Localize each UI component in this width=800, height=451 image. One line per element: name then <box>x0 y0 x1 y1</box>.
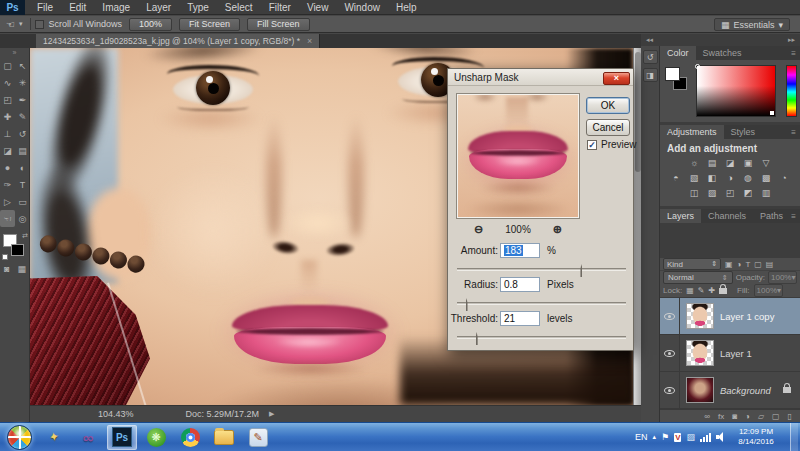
tool-preset-caret-icon[interactable]: ▾ <box>19 20 23 28</box>
brightness-contrast-icon[interactable]: ☼ <box>687 157 701 169</box>
radius-slider[interactable] <box>457 299 626 309</box>
eyedropper-tool-icon[interactable]: ✒ <box>15 91 30 108</box>
opacity-field[interactable]: 100% ▾ <box>768 271 797 284</box>
tab-swatches[interactable]: Swatches <box>696 46 749 60</box>
language-indicator[interactable]: EN <box>635 432 648 442</box>
blur-tool-icon[interactable]: ● <box>0 159 15 176</box>
background-color-swatch[interactable] <box>11 244 24 256</box>
taskbar-item-visual-studio[interactable]: ∞ <box>73 425 103 450</box>
new-group-icon[interactable]: ▱ <box>758 412 764 421</box>
tab-adjustments[interactable]: Adjustments <box>660 125 724 139</box>
layer-row-background[interactable]: Background <box>660 372 800 409</box>
type-tool-icon[interactable]: T <box>15 176 30 193</box>
zoom-tool-icon[interactable]: ◎ <box>15 210 30 227</box>
selective-color-icon[interactable]: ◰ <box>723 187 737 199</box>
taskbar-item-utility[interactable]: ✦ <box>39 425 69 450</box>
hand-tool-icon[interactable]: ☜ <box>0 210 15 227</box>
cancel-button[interactable]: Cancel <box>586 119 630 136</box>
menu-view[interactable]: View <box>299 0 337 15</box>
crop-tool-icon[interactable]: ◰ <box>0 91 15 108</box>
menu-type[interactable]: Type <box>179 0 217 15</box>
collapse-panels-icon[interactable]: ◂◂ <box>646 34 653 46</box>
visibility-cell[interactable] <box>660 335 680 371</box>
slider-track[interactable] <box>457 302 626 305</box>
levels-icon[interactable]: ▤ <box>705 157 719 169</box>
pen-tool-icon[interactable]: ✑ <box>0 176 15 193</box>
panel-menu-icon[interactable]: ≡ <box>791 212 796 221</box>
show-desktop-button[interactable] <box>790 423 798 451</box>
zoom-level-field[interactable]: 104.43% <box>98 409 134 419</box>
eraser-tool-icon[interactable]: ◪ <box>0 142 15 159</box>
menu-select[interactable]: Select <box>217 0 261 15</box>
visibility-cell[interactable] <box>660 372 680 408</box>
tray-app-icon[interactable]: ▨ <box>686 432 695 442</box>
amount-input[interactable]: 183 <box>500 243 540 258</box>
eye-icon[interactable] <box>664 350 675 357</box>
eye-icon[interactable] <box>664 387 675 394</box>
tab-layers[interactable]: Layers <box>660 209 701 223</box>
move-tool-icon[interactable]: ↖ <box>15 57 30 74</box>
menu-window[interactable]: Window <box>336 0 388 15</box>
swap-colors-icon[interactable]: ⇄ <box>22 232 28 240</box>
threshold-slider[interactable] <box>457 333 626 343</box>
filter-pixel-layers-icon[interactable]: ▣ <box>725 260 733 269</box>
taskbar-item-paint[interactable]: ✎ <box>243 425 273 450</box>
panel-menu-icon[interactable]: ≡ <box>791 49 796 58</box>
close-icon[interactable]: × <box>307 36 312 46</box>
layer-row-layer1[interactable]: Layer 1 <box>660 335 800 372</box>
menu-image[interactable]: Image <box>94 0 138 15</box>
slider-track[interactable] <box>457 268 626 271</box>
fit-screen-button[interactable]: Fit Screen <box>179 18 240 31</box>
history-brush-tool-icon[interactable]: ↺ <box>15 125 30 142</box>
menu-edit[interactable]: Edit <box>61 0 94 15</box>
invert-icon[interactable]: ◔ <box>777 172 791 184</box>
history-panel-icon[interactable]: ↺ <box>643 50 658 64</box>
photo-filter-icon[interactable]: ◑ <box>723 172 737 184</box>
layer-thumbnail[interactable] <box>686 303 714 329</box>
tab-styles[interactable]: Styles <box>724 125 763 139</box>
preview-checkbox[interactable]: ✓ <box>587 140 597 150</box>
saturation-picker[interactable] <box>696 65 776 117</box>
clone-stamp-tool-icon[interactable]: ⊥ <box>0 125 15 142</box>
filter-type-layers-icon[interactable]: T <box>745 260 750 269</box>
hue-slider[interactable] <box>786 65 797 117</box>
color-balance-icon[interactable]: ▧ <box>687 172 701 184</box>
new-layer-icon[interactable]: ▢ <box>772 412 780 421</box>
zoom-out-icon[interactable]: ⊖ <box>474 223 483 236</box>
dodge-tool-icon[interactable]: ◐ <box>15 159 30 176</box>
vibrance-icon[interactable]: ▽ <box>759 157 773 169</box>
layer-thumbnail[interactable] <box>686 377 714 403</box>
tab-color[interactable]: Color <box>660 46 696 60</box>
workspace-switcher[interactable]: ▦ Essentials ▾ <box>714 18 790 31</box>
dialog-close-button[interactable]: × <box>603 72 630 85</box>
posterize-icon[interactable]: ◫ <box>687 187 701 199</box>
zoom-in-icon[interactable]: ⊕ <box>553 223 562 236</box>
curves-icon[interactable]: ◪ <box>723 157 737 169</box>
gradient-fill-icon[interactable]: ▥ <box>759 187 773 199</box>
filter-adjustment-layers-icon[interactable]: ◑ <box>737 260 742 269</box>
marquee-tool-icon[interactable]: ▢ <box>0 57 15 74</box>
layer-row-layer1copy[interactable]: Layer 1 copy <box>660 298 800 335</box>
black-white-icon[interactable]: ◧ <box>705 172 719 184</box>
network-icon[interactable] <box>700 432 711 442</box>
threshold-icon[interactable]: ▨ <box>705 187 719 199</box>
shape-tool-icon[interactable]: ▭ <box>15 193 30 210</box>
lasso-tool-icon[interactable]: ∿ <box>0 74 15 91</box>
new-adjustment-layer-icon[interactable]: ◑ <box>745 412 750 421</box>
layer-name[interactable]: Layer 1 copy <box>720 311 774 322</box>
filter-smart-objects-icon[interactable]: ▤ <box>766 260 774 269</box>
document-tab[interactable]: 12434253634_1d9028523a_k.jpg @ 104% (Lay… <box>36 34 320 48</box>
foreground-color-swatch[interactable] <box>665 67 680 81</box>
tab-channels[interactable]: Channels <box>701 209 753 223</box>
taskbar-item-photoshop[interactable]: Ps <box>107 425 137 450</box>
lock-position-icon[interactable]: ✚ <box>708 286 715 295</box>
gradient-map-icon[interactable]: ◩ <box>741 187 755 199</box>
taskbar-item-explorer[interactable] <box>209 425 239 450</box>
visibility-cell[interactable] <box>660 298 680 334</box>
menu-help[interactable]: Help <box>388 0 425 15</box>
vertical-scrollbar[interactable] <box>633 48 641 405</box>
threshold-input[interactable]: 21 <box>500 311 540 326</box>
layer-thumbnail[interactable] <box>686 340 714 366</box>
fill-field[interactable]: 100% ▾ <box>754 284 783 297</box>
start-button[interactable] <box>7 425 32 450</box>
